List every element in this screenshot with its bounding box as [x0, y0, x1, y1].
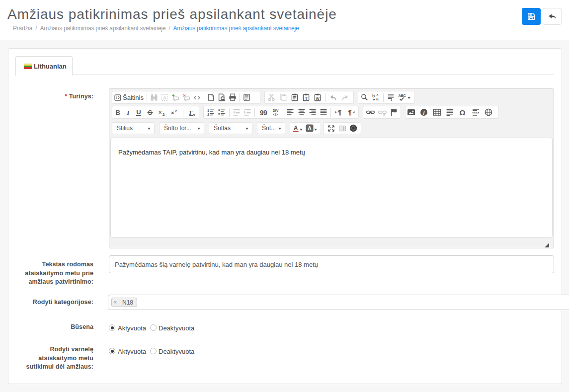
- svg-text:DIV: DIV: [273, 109, 279, 112]
- svg-text:2: 2: [207, 113, 209, 116]
- svg-text:x: x: [193, 113, 196, 117]
- svg-text:2: 2: [175, 109, 177, 113]
- svg-text:T: T: [188, 109, 193, 116]
- svg-text:a: a: [376, 96, 379, 101]
- svg-text:ABC: ABC: [398, 93, 406, 98]
- svg-text:b: b: [372, 93, 375, 98]
- svg-text:A: A: [293, 125, 298, 132]
- svg-text:A: A: [163, 95, 166, 100]
- svg-text:99: 99: [259, 109, 267, 117]
- svg-text:¶: ¶: [338, 109, 341, 116]
- svg-text:T: T: [305, 96, 308, 101]
- svg-text:W: W: [316, 96, 320, 101]
- svg-text:I: I: [126, 109, 130, 116]
- svg-text:¶: ¶: [348, 109, 352, 116]
- svg-text:×: ×: [171, 110, 174, 116]
- svg-text:1: 1: [207, 109, 209, 112]
- svg-text:Ω: Ω: [460, 108, 466, 116]
- svg-text:</>: </>: [273, 113, 278, 116]
- svg-text:B: B: [115, 109, 120, 116]
- svg-text:×: ×: [159, 109, 162, 115]
- svg-text:U: U: [136, 108, 141, 116]
- svg-text:A: A: [308, 125, 312, 131]
- svg-text:2: 2: [163, 112, 165, 116]
